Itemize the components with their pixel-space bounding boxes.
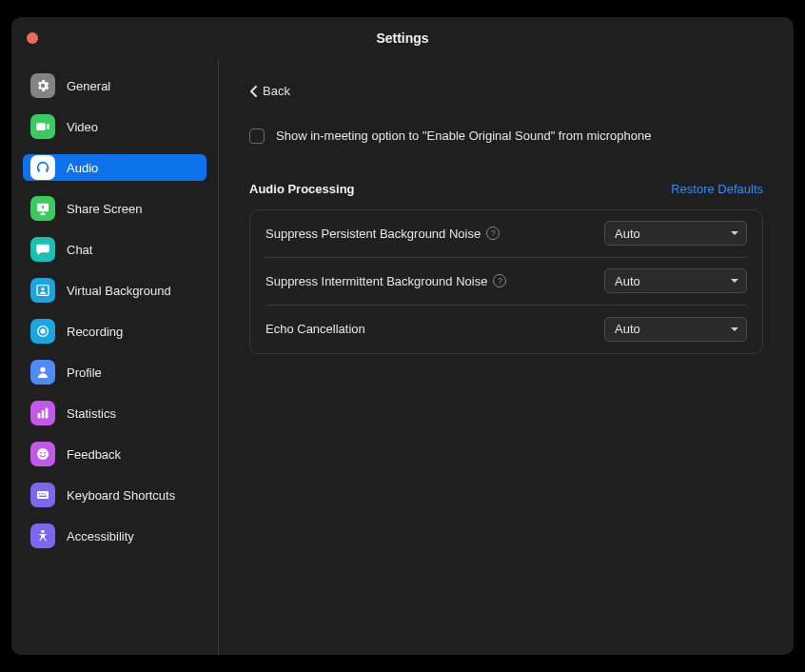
settings-window: Settings General Video Audio [11, 17, 794, 655]
back-label: Back [263, 84, 290, 98]
sidebar-item-statistics[interactable]: Statistics [23, 400, 206, 426]
select-value: Auto [615, 322, 640, 336]
help-icon[interactable]: ? [486, 227, 500, 240]
sidebar-item-label: Profile [67, 366, 102, 380]
svg-point-17 [41, 530, 44, 533]
share-screen-icon [30, 196, 55, 221]
original-sound-row: Show in-meeting option to "Enable Origin… [249, 128, 763, 144]
sidebar-item-feedback[interactable]: Feedback [23, 441, 206, 467]
chevron-down-icon [731, 279, 738, 283]
main-panel: Back Show in-meeting option to "Enable O… [219, 59, 794, 655]
virtual-background-icon [30, 278, 55, 303]
sidebar-item-label: Statistics [67, 406, 116, 421]
svg-rect-6 [38, 413, 41, 418]
audio-processing-header: Audio Processing Restore Defaults [249, 182, 763, 196]
suppress-intermittent-select[interactable]: Auto [604, 268, 747, 293]
sidebar-item-label: Share Screen [67, 202, 143, 216]
sidebar-item-label: Video [67, 120, 98, 134]
sidebar-item-label: General [67, 79, 110, 93]
row-label-text: Suppress Intermittent Background Noise [265, 274, 487, 288]
keyboard-icon [30, 483, 55, 507]
window-close-button[interactable] [27, 32, 38, 44]
sidebar-item-label: Virtual Background [67, 284, 171, 298]
sidebar-item-share-screen[interactable]: Share Screen [23, 195, 206, 222]
statistics-icon [30, 401, 55, 425]
svg-rect-14 [42, 493, 43, 494]
recording-icon [30, 319, 55, 344]
sidebar-item-audio[interactable]: Audio [23, 154, 206, 181]
chat-icon [30, 237, 55, 262]
sidebar-item-video[interactable]: Video [23, 113, 206, 140]
svg-point-4 [41, 329, 45, 333]
chevron-down-icon [731, 231, 738, 235]
section-title: Audio Processing [249, 182, 355, 196]
svg-point-2 [41, 287, 44, 290]
svg-point-10 [40, 452, 42, 454]
row-label-text: Echo Cancellation [265, 322, 365, 336]
row-suppress-intermittent-noise: Suppress Intermittent Background Noise ?… [265, 258, 747, 306]
chevron-left-icon [249, 86, 259, 97]
suppress-persistent-select[interactable]: Auto [604, 221, 747, 246]
titlebar: Settings [11, 17, 794, 59]
svg-rect-13 [39, 493, 40, 494]
svg-rect-8 [46, 408, 49, 419]
row-suppress-persistent-noise: Suppress Persistent Background Noise ? A… [265, 210, 747, 258]
svg-point-5 [40, 367, 45, 372]
svg-rect-12 [37, 491, 49, 499]
sidebar-item-accessibility[interactable]: Accessibility [23, 523, 206, 549]
audio-processing-panel: Suppress Persistent Background Noise ? A… [249, 209, 763, 354]
sidebar-item-label: Recording [67, 325, 123, 339]
sidebar: General Video Audio Share Screen [11, 59, 219, 655]
accessibility-icon [30, 524, 55, 548]
select-value: Auto [615, 227, 640, 241]
sidebar-item-label: Feedback [67, 447, 121, 462]
chevron-down-icon [731, 327, 738, 331]
sidebar-item-recording[interactable]: Recording [23, 318, 206, 345]
headphones-icon [30, 155, 55, 180]
gear-icon [30, 73, 55, 98]
svg-rect-15 [44, 493, 45, 494]
row-label-text: Suppress Persistent Background Noise [265, 227, 481, 241]
sidebar-item-profile[interactable]: Profile [23, 359, 206, 385]
svg-rect-7 [42, 410, 45, 418]
sidebar-item-virtual-background[interactable]: Virtual Background [23, 277, 206, 304]
row-echo-cancellation: Echo Cancellation Auto [265, 306, 747, 353]
original-sound-checkbox[interactable] [249, 128, 265, 144]
help-icon[interactable]: ? [493, 274, 506, 287]
feedback-icon [30, 442, 55, 466]
sidebar-item-label: Audio [67, 161, 98, 175]
window-title: Settings [376, 30, 428, 46]
original-sound-label: Show in-meeting option to "Enable Origin… [276, 128, 651, 143]
video-icon [30, 114, 55, 139]
sidebar-item-label: Accessibility [67, 529, 134, 544]
sidebar-item-keyboard-shortcuts[interactable]: Keyboard Shortcuts [23, 482, 206, 508]
back-button[interactable]: Back [249, 84, 290, 98]
restore-defaults-link[interactable]: Restore Defaults [671, 182, 763, 196]
sidebar-item-label: Keyboard Shortcuts [67, 488, 175, 503]
svg-point-11 [44, 452, 46, 454]
select-value: Auto [615, 274, 640, 288]
svg-rect-16 [39, 496, 47, 497]
sidebar-item-general[interactable]: General [23, 72, 206, 99]
svg-point-9 [37, 448, 49, 460]
echo-cancellation-select[interactable]: Auto [604, 317, 747, 342]
sidebar-item-chat[interactable]: Chat [23, 236, 206, 263]
sidebar-item-label: Chat [67, 243, 92, 257]
profile-icon [30, 360, 55, 385]
